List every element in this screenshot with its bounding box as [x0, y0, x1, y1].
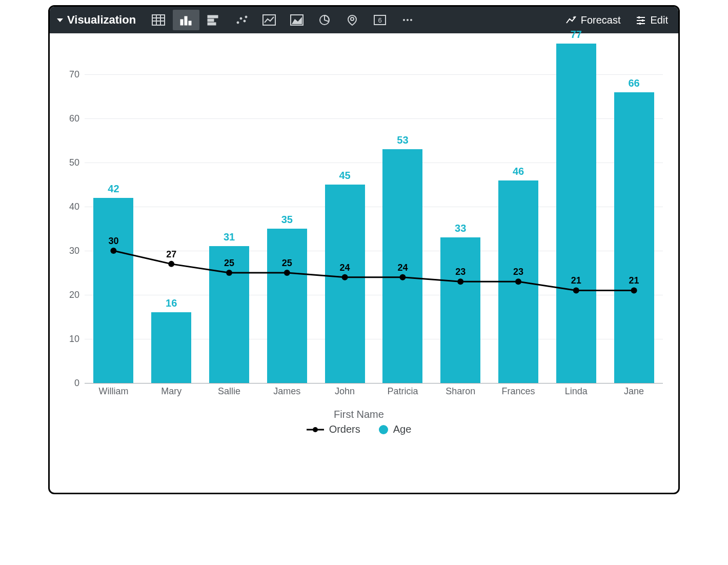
bar[interactable] [440, 237, 480, 383]
x-tick-label: Jane [624, 386, 644, 397]
x-tick-label: Linda [565, 386, 588, 397]
viz-type-scatter[interactable] [228, 10, 255, 30]
svg-rect-30 [639, 23, 641, 25]
svg-point-32 [313, 427, 318, 432]
svg-point-23 [407, 19, 409, 21]
map-pin-icon [346, 14, 359, 26]
viz-type-column[interactable] [173, 10, 199, 30]
bar-value-label: 31 [224, 231, 235, 243]
y-axis: 010203040506070 [55, 44, 85, 383]
svg-rect-0 [152, 15, 165, 25]
pie-chart-icon [318, 14, 331, 26]
app-window: Visualization [48, 5, 680, 494]
legend-item-orders[interactable]: Orders [307, 423, 360, 435]
bar-value-label: 53 [397, 134, 408, 146]
svg-point-19 [351, 17, 354, 21]
svg-rect-6 [185, 16, 187, 25]
svg-rect-7 [189, 21, 191, 25]
bars-layer: 42163135455333467766 [85, 44, 663, 383]
bar-value-label: 66 [628, 77, 639, 89]
legend-label: Orders [329, 423, 360, 435]
y-tick-label: 70 [69, 69, 79, 80]
viz-type-map[interactable] [339, 10, 366, 30]
line-chart-icon [262, 14, 276, 26]
visualization-dropdown[interactable]: Visualization [57, 13, 136, 27]
bar[interactable] [325, 185, 365, 383]
bar-value-label: 46 [513, 166, 524, 177]
forecast-label: Forecast [581, 14, 621, 26]
bar-value-label: 42 [108, 183, 119, 195]
more-icon [401, 14, 414, 26]
table-icon [152, 14, 165, 26]
viz-type-bar[interactable] [200, 10, 227, 30]
svg-text:6: 6 [378, 16, 381, 24]
x-tick-label: Sharon [446, 386, 475, 397]
legend-bar-swatch [379, 425, 388, 434]
svg-point-14 [245, 16, 247, 18]
svg-point-13 [244, 20, 246, 22]
forecast-icon [565, 15, 577, 25]
y-tick-label: 20 [69, 290, 79, 300]
bar-value-label: 45 [339, 170, 350, 181]
bar-value-label: 77 [571, 29, 582, 41]
x-tick-label: Mary [161, 386, 181, 397]
plot: 010203040506070 42163135455333467766 302… [55, 44, 663, 413]
x-tick-label: Sallie [218, 386, 240, 397]
x-axis: WilliamMarySallieJamesJohnPatriciaSharon… [85, 383, 663, 413]
y-tick-label: 30 [69, 246, 79, 256]
chart-area: 010203040506070 42163135455333467766 302… [50, 33, 678, 493]
legend: Orders Age [55, 420, 663, 443]
caret-down-icon [57, 18, 63, 22]
x-tick-label: James [273, 386, 300, 397]
y-tick-label: 0 [74, 378, 79, 389]
bar-chart-icon [207, 14, 220, 26]
bar[interactable] [556, 44, 596, 383]
area-chart-icon [290, 14, 304, 26]
svg-point-11 [237, 22, 239, 24]
bar[interactable] [267, 229, 307, 383]
scatter-chart-icon [235, 14, 248, 26]
svg-point-12 [240, 17, 242, 19]
svg-rect-9 [208, 19, 214, 22]
svg-marker-17 [292, 17, 302, 24]
bar-value-label: 33 [455, 223, 466, 234]
svg-rect-26 [638, 16, 640, 18]
bar[interactable] [93, 198, 133, 383]
toolbar-title: Visualization [67, 13, 136, 27]
x-tick-label: Frances [501, 386, 535, 397]
y-tick-label: 60 [69, 113, 79, 124]
viz-type-single-value[interactable]: 6 [367, 10, 393, 30]
edit-label: Edit [651, 14, 668, 26]
bar[interactable] [209, 246, 249, 383]
legend-item-age[interactable]: Age [379, 423, 412, 435]
column-chart-icon [179, 14, 193, 26]
x-tick-label: William [98, 386, 128, 397]
legend-line-swatch [307, 426, 324, 433]
viz-type-pie[interactable] [311, 10, 338, 30]
y-tick-label: 50 [69, 157, 79, 168]
bar-value-label: 35 [281, 214, 293, 226]
x-tick-label: Patricia [387, 386, 418, 397]
bar[interactable] [614, 92, 654, 383]
sliders-icon [635, 15, 646, 25]
bar-value-label: 16 [166, 297, 177, 309]
viz-type-more[interactable] [394, 10, 421, 30]
bar[interactable] [151, 312, 191, 383]
x-tick-label: John [335, 386, 355, 397]
y-tick-label: 40 [69, 201, 79, 212]
bar[interactable] [498, 180, 538, 383]
svg-rect-5 [180, 19, 183, 25]
svg-point-24 [410, 19, 412, 21]
forecast-button[interactable]: Forecast [560, 11, 626, 29]
svg-rect-10 [208, 23, 216, 25]
edit-button[interactable]: Edit [630, 11, 673, 29]
viz-type-table[interactable] [145, 10, 172, 30]
single-value-icon: 6 [373, 14, 387, 26]
svg-point-22 [403, 19, 405, 21]
svg-rect-28 [642, 19, 643, 22]
visualization-toolbar: Visualization [50, 7, 678, 33]
svg-rect-8 [208, 15, 218, 18]
viz-type-line[interactable] [256, 10, 282, 30]
viz-type-area[interactable] [284, 10, 310, 30]
bar[interactable] [382, 149, 422, 383]
